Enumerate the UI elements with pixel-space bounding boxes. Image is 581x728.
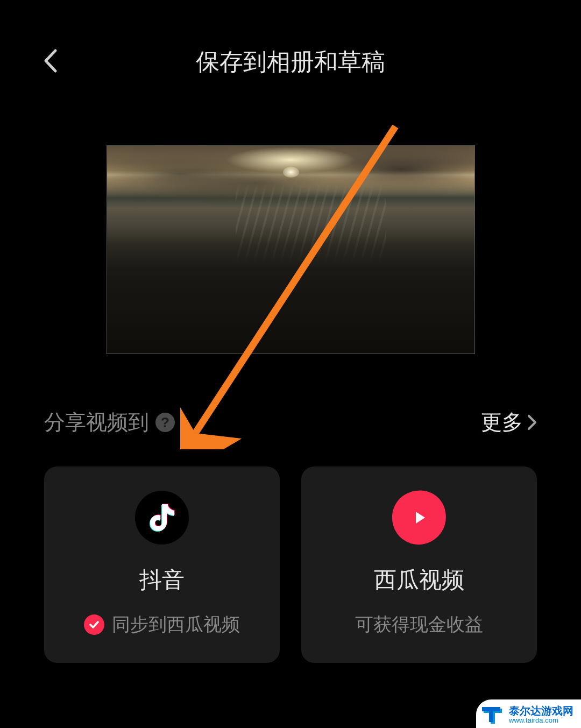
thumbnail-sun	[283, 167, 299, 178]
thumbnail-rays	[236, 183, 386, 264]
chevron-right-icon	[527, 414, 537, 430]
watermark-url: www.tairda.com	[509, 717, 573, 724]
share-cards-container: 抖音 同步到西瓜视频 西瓜视频 可获得现金收益	[0, 467, 581, 663]
share-card-douyin[interactable]: 抖音 同步到西瓜视频	[44, 467, 280, 663]
chevron-left-icon	[42, 48, 58, 73]
card-title: 抖音	[139, 565, 185, 595]
share-label-group: 分享视频到 ?	[44, 408, 175, 437]
share-section-header: 分享视频到 ? 更多	[0, 408, 581, 437]
help-icon[interactable]: ?	[155, 413, 175, 432]
card-subtext-row: 可获得现金收益	[355, 612, 483, 637]
header: 保存到相册和草稿	[0, 0, 581, 78]
douyin-icon	[135, 491, 189, 545]
watermark-text: 泰尔达游戏网 www.tairda.com	[509, 705, 573, 724]
video-thumbnail[interactable]	[107, 145, 475, 354]
watermark: 泰尔达游戏网 www.tairda.com	[476, 699, 581, 728]
card-title: 西瓜视频	[374, 565, 464, 595]
back-button[interactable]	[37, 47, 63, 74]
check-badge-icon	[84, 614, 104, 635]
share-card-xigua[interactable]: 西瓜视频 可获得现金收益	[301, 467, 537, 663]
more-label: 更多	[481, 408, 523, 437]
more-button[interactable]: 更多	[481, 408, 537, 437]
share-label: 分享视频到	[44, 408, 149, 437]
xigua-icon	[389, 487, 450, 548]
watermark-name: 泰尔达游戏网	[509, 705, 573, 717]
card-subtext-row: 同步到西瓜视频	[84, 612, 240, 637]
card-subtext: 可获得现金收益	[355, 612, 483, 637]
watermark-logo-icon	[480, 702, 505, 727]
card-subtext: 同步到西瓜视频	[112, 612, 240, 637]
page-title: 保存到相册和草稿	[16, 46, 565, 78]
